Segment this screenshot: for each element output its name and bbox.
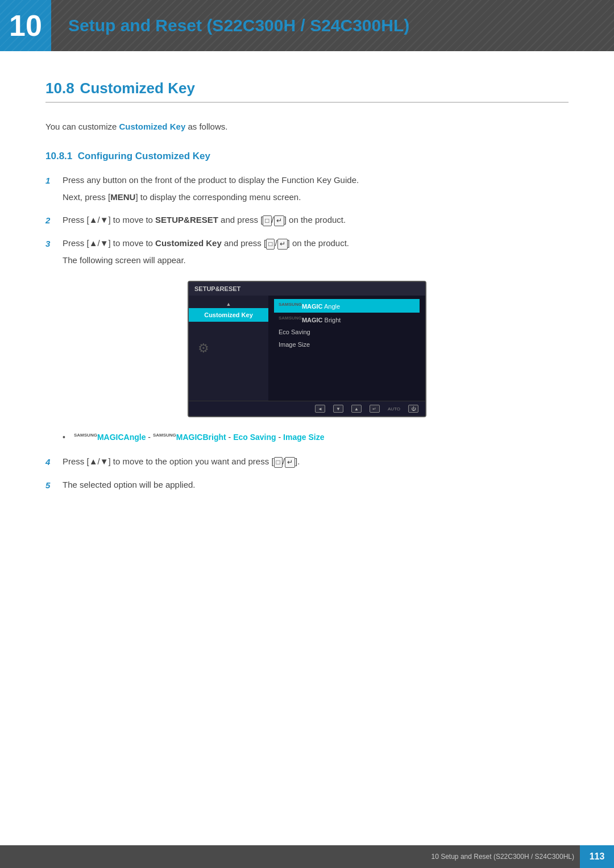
right-option-image: Image Size [274,338,420,351]
step-content-3: Press [▲/▼] to move to Customized Key an… [63,236,569,267]
gear-icon: ⚙ [198,341,209,356]
setup-reset-label: SETUP&RESET [155,215,218,225]
btn-power: ⏻ [408,405,418,413]
left-menu-item-customized: Customized Key [189,308,268,322]
step-content-5: The selected option will be applied. [63,478,569,492]
magic-word-2: MAGIC [302,316,323,323]
btn-auto-label: AUTO [388,406,400,412]
step-num-5: 5 [45,478,63,492]
right-option-bright: SAMSUNGMAGIC Bright [274,313,420,326]
main-content: 10.8Customized Key You can customize Cus… [0,51,614,547]
options-bullet-list: SAMSUNGMAGICAngle - SAMSUNGMAGICBright -… [45,431,569,443]
step-num-4: 4 [45,455,63,469]
step-content-1: Press any button on the front of the pro… [63,173,569,204]
bullet-eco: Eco Saving [233,433,276,442]
customized-key-bold: Customized Key [119,122,186,131]
intro-paragraph: You can customize Customized Key as foll… [45,120,569,134]
right-option-eco: Eco Saving [274,326,420,338]
menu-title-bar: SETUP&RESET [189,282,425,296]
intro-text-after: as follows. [185,122,227,131]
key-square-4: □ [274,457,283,468]
chapter-number: 10 [0,0,51,51]
bullet-image: Image Size [283,433,324,442]
step3-sub: The following screen will appear. [63,254,569,267]
customized-key-label: Customized Key [155,238,222,248]
samsung-super-bullet-2: SAMSUNG [153,433,176,438]
samsung-super-2: SAMSUNG [279,315,302,321]
step-3: 3 Press [▲/▼] to move to Customized Key … [45,236,569,267]
footer-page-number: 113 [580,845,614,868]
monitor-screenshot: SETUP&RESET ⚙ ▲ Customized Key SAMSUNGMA… [188,281,426,417]
footer-text: 10 Setup and Reset (S22C300H / S24C300HL… [432,853,580,861]
btn-down: ▼ [333,405,343,413]
step1-sub: Next, press [MENU] to display the corres… [63,190,569,204]
right-panel: SAMSUNGMAGIC Angle SAMSUNGMAGIC Bright E… [268,296,425,401]
samsung-super-bullet-1: SAMSUNG [74,433,97,438]
magic-angle-label: MAGIC [97,433,124,442]
step-2: 2 Press [▲/▼] to move to SETUP&RESET and… [45,213,569,227]
key-enter-4: ↵ [285,457,295,468]
step-content-2: Press [▲/▼] to move to SETUP&RESET and p… [63,213,569,227]
bullet-angle: SAMSUNGMAGICAngle [74,433,146,442]
screen-inner: SETUP&RESET ⚙ ▲ Customized Key SAMSUNGMA… [189,282,425,416]
bullet-dash-3: - [279,433,284,442]
step-num-2: 2 [45,213,63,227]
step-4: 4 Press [▲/▼] to move to the option you … [45,455,569,469]
page-footer: 10 Setup and Reset (S22C300H / S24C300HL… [0,845,614,868]
menu-title-text: SETUP&RESET [194,285,240,292]
step-content-4: Press [▲/▼] to move to the option you wa… [63,455,569,469]
section-number: 10.8 [45,80,74,97]
header-title: Setup and Reset (S22C300H / S24C300HL) [51,16,409,35]
step-1: 1 Press any button on the front of the p… [45,173,569,204]
step-5: 5 The selected option will be applied. [45,478,569,492]
bullet-item-options: SAMSUNGMAGICAngle - SAMSUNGMAGICBright -… [63,431,569,443]
magic-bright-label: MAGIC [176,433,203,442]
step1-main: Press any button on the front of the pro… [63,175,359,185]
magic-word-1: MAGIC [302,303,323,310]
key-square: □ [263,215,271,226]
key-enter: ↵ [274,215,284,226]
monitor-screen: SETUP&RESET ⚙ ▲ Customized Key SAMSUNGMA… [188,281,426,417]
step5-text: The selected option will be applied. [63,480,195,489]
bullet-bright: SAMSUNGMAGICBright [153,433,226,442]
subsection-title: 10.8.1 Configuring Customized Key [45,151,569,162]
monitor-bottom-buttons: ◄ ▼ ▲ ↵ AUTO ⏻ [189,401,425,416]
menu-content: ⚙ ▲ Customized Key SAMSUNGMAGIC Angle SA… [189,296,425,401]
bullet-dash-2: - [229,433,234,442]
btn-up: ▲ [351,405,362,413]
right-option-angle: SAMSUNGMAGIC Angle [274,299,420,313]
step-num-3: 3 [45,236,63,267]
bullet-dash-1: - [148,433,153,442]
intro-text-before: You can customize [45,122,119,131]
key-enter-2: ↵ [277,239,288,250]
section-title: 10.8Customized Key [45,80,569,103]
btn-enter: ↵ [370,405,380,413]
key-square-2: □ [266,239,275,250]
page-header: 10 Setup and Reset (S22C300H / S24C300HL… [0,0,614,51]
btn-left: ◄ [315,405,325,413]
samsung-super-1: SAMSUNG [279,302,302,307]
step-num-1: 1 [45,173,63,204]
